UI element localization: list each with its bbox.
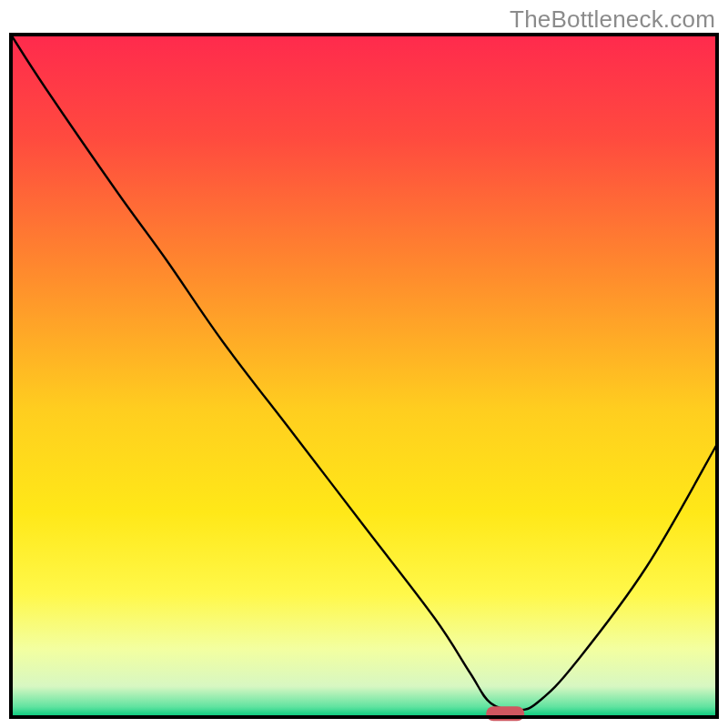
bottleneck-chart [0, 0, 728, 728]
chart-background [11, 35, 717, 717]
chart-container: TheBottleneck.com [0, 0, 728, 728]
watermark-label: TheBottleneck.com [510, 5, 715, 34]
